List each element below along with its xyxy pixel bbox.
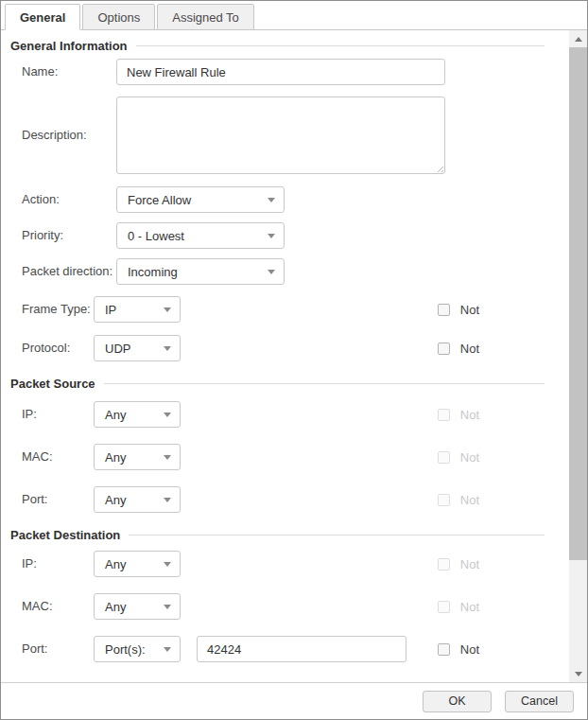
protocol-not-label: Not	[460, 342, 479, 356]
ok-button[interactable]: OK	[423, 691, 492, 712]
source-ip-not-label: Not	[460, 408, 479, 422]
dest-ip-select[interactable]: Any	[94, 551, 181, 577]
form-row-source-port: Port: Any Not	[22, 486, 569, 513]
packet-direction-select[interactable]: Incoming	[116, 258, 285, 285]
form-row-dest-mac: MAC: Any Not	[22, 593, 569, 620]
dest-port-label: Port:	[22, 641, 94, 657]
dest-ip-not-group: Not	[438, 557, 479, 571]
name-label: Name:	[22, 64, 116, 79]
section-rule-line	[104, 383, 545, 384]
description-textarea[interactable]	[116, 97, 445, 174]
section-title-packet-destination: Packet Destination	[10, 528, 545, 542]
tab-assigned-to-label: Assigned To	[172, 10, 239, 25]
priority-select-value: 0 - Lowest	[128, 229, 184, 243]
cancel-button[interactable]: Cancel	[505, 691, 574, 712]
chevron-down-icon	[268, 234, 275, 238]
protocol-label: Protocol:	[22, 341, 94, 356]
form-row-packet-direction: Packet direction: Incoming	[22, 258, 569, 285]
dest-port-not-group: Not	[438, 642, 479, 657]
chevron-down-icon	[164, 605, 171, 609]
dest-port-input[interactable]	[197, 636, 406, 662]
arrow-down-icon	[575, 672, 582, 676]
source-ip-select[interactable]: Any	[94, 401, 181, 428]
dest-port-mode-select[interactable]: Port(s):	[94, 636, 181, 662]
frame-type-not-checkbox[interactable]	[438, 304, 450, 316]
source-port-select-value: Any	[105, 493, 126, 507]
form-row-description: Description:	[22, 97, 569, 174]
dest-mac-not-label: Not	[460, 600, 479, 614]
form-row-dest-port: Port: Port(s): Not	[22, 636, 569, 662]
dest-ip-not-checkbox	[438, 558, 450, 571]
form-row-priority: Priority: 0 - Lowest	[22, 222, 569, 249]
chevron-down-icon	[164, 562, 171, 567]
tab-bar: General Options Assigned To	[1, 1, 587, 30]
dest-mac-label: MAC:	[22, 599, 94, 614]
source-mac-not-group: Not	[438, 450, 479, 465]
frame-type-select-value: IP	[105, 303, 116, 317]
name-input[interactable]	[116, 59, 445, 85]
source-mac-select-value: Any	[105, 450, 126, 465]
form-row-protocol: Protocol: UDP Not	[22, 335, 569, 361]
frame-type-select[interactable]: IP	[94, 296, 181, 323]
tab-general[interactable]: General	[5, 4, 80, 30]
dialog-footer: OK Cancel	[1, 682, 587, 719]
protocol-not-checkbox[interactable]	[438, 342, 450, 355]
source-mac-select[interactable]: Any	[94, 444, 181, 470]
chevron-down-icon	[268, 198, 275, 202]
protocol-select-value: UDP	[105, 342, 130, 356]
chevron-down-icon	[164, 498, 171, 502]
firewall-rule-dialog: General Options Assigned To General Info…	[0, 0, 588, 720]
packet-direction-select-value: Incoming	[128, 265, 178, 279]
form-row-dest-ip: IP: Any Not	[22, 551, 569, 577]
section-title-packet-source: Packet Source	[10, 377, 545, 391]
vertical-scrollbar[interactable]	[569, 30, 587, 682]
priority-select[interactable]: 0 - Lowest	[116, 222, 285, 249]
source-mac-not-label: Not	[460, 450, 479, 465]
form-row-name: Name:	[22, 59, 569, 85]
tab-options[interactable]: Options	[82, 4, 155, 30]
tab-assigned-to[interactable]: Assigned To	[157, 4, 254, 30]
form-row-action: Action: Force Allow	[22, 186, 569, 213]
form-row-source-mac: MAC: Any Not	[22, 444, 569, 470]
arrow-up-icon	[575, 37, 582, 42]
section-rule-line	[129, 535, 545, 536]
dest-port-mode-select-value: Port(s):	[105, 642, 146, 657]
form-content: General Information Name: Description: A…	[1, 30, 587, 682]
dest-ip-label: IP:	[22, 556, 94, 571]
dest-port-not-checkbox[interactable]	[438, 643, 450, 656]
source-port-not-checkbox	[438, 494, 450, 506]
source-port-not-label: Not	[460, 493, 479, 507]
dest-mac-not-checkbox	[438, 601, 450, 613]
dest-mac-not-group: Not	[438, 600, 479, 614]
protocol-select[interactable]: UDP	[94, 335, 181, 361]
source-ip-not-group: Not	[438, 408, 479, 422]
chevron-down-icon	[164, 413, 171, 417]
tab-options-label: Options	[97, 10, 140, 25]
dest-ip-not-label: Not	[460, 557, 479, 571]
action-select[interactable]: Force Allow	[116, 186, 285, 213]
packet-direction-label: Packet direction:	[22, 264, 116, 279]
frame-type-not-label: Not	[460, 303, 479, 317]
dest-ip-select-value: Any	[105, 557, 126, 571]
scrollbar-down-button[interactable]	[569, 665, 587, 682]
scrollbar-up-button[interactable]	[569, 30, 587, 47]
section-title-general-information: General Information	[10, 39, 545, 53]
dest-mac-select[interactable]: Any	[94, 593, 181, 620]
protocol-not-group: Not	[438, 342, 479, 356]
dest-port-not-label: Not	[460, 642, 479, 657]
source-mac-not-checkbox	[438, 451, 450, 464]
priority-label: Priority:	[22, 228, 116, 243]
chevron-down-icon	[164, 307, 171, 312]
source-port-not-group: Not	[438, 493, 479, 507]
frame-type-label: Frame Type:	[22, 302, 94, 317]
source-ip-not-checkbox	[438, 409, 450, 421]
tab-general-label: General	[20, 10, 65, 25]
chevron-down-icon	[164, 455, 171, 460]
source-port-select[interactable]: Any	[94, 486, 181, 513]
form-row-source-ip: IP: Any Not	[22, 401, 569, 428]
action-label: Action:	[22, 192, 116, 207]
scrollbar-thumb[interactable]	[569, 47, 587, 560]
source-mac-label: MAC:	[22, 449, 94, 465]
chevron-down-icon	[164, 346, 171, 351]
form-row-frame-type: Frame Type: IP Not	[22, 296, 569, 323]
